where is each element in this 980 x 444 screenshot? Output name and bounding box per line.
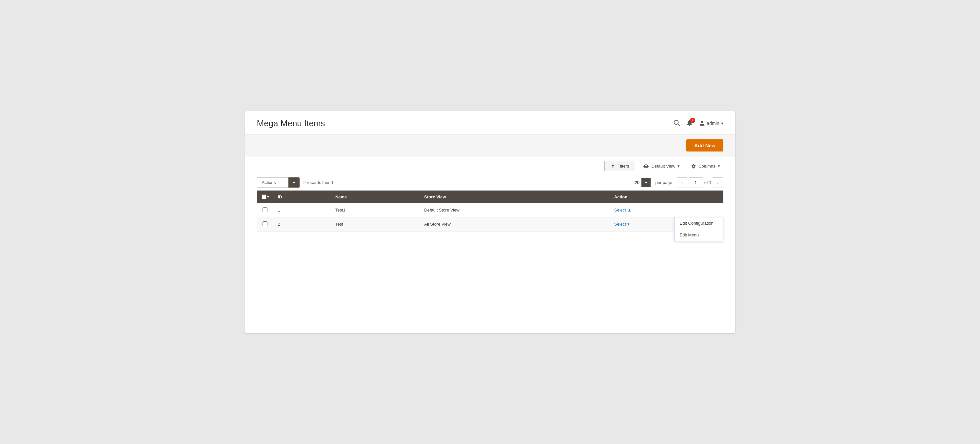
svg-point-0 (674, 120, 678, 124)
row1-id: 1 (274, 203, 331, 217)
dropdown-item-edit-configuration[interactable]: Edit Configuration (675, 217, 723, 229)
page-title: Mega Menu Items (257, 118, 325, 129)
pagination-nav: ‹ of 1 › (677, 177, 723, 188)
records-found: 2 records found (304, 180, 627, 185)
row2-store-view: All Store View (420, 217, 609, 231)
header-checkbox-cell: ▾ (257, 191, 274, 203)
row2-select-label: Select (614, 222, 626, 227)
table-header-row: ▾ ID Name Store View Action (257, 191, 723, 203)
data-table: ▾ ID Name Store View Action 1 Test1 (257, 191, 723, 231)
user-label: admin (706, 121, 719, 126)
toolbar-area: Add New (245, 135, 735, 156)
filters-button[interactable]: Filters (605, 161, 635, 171)
header-actions: 1 admin ▾ (673, 119, 723, 128)
page-of-label: of 1 (704, 180, 711, 185)
per-page-wrapper: 20 30 50 (631, 178, 651, 187)
row1-select-button[interactable]: Select ▲ (614, 208, 632, 213)
columns-chevron-icon: ▾ (718, 164, 720, 169)
column-header-name: Name (331, 191, 420, 203)
per-page-select[interactable]: 20 30 50 (631, 178, 651, 187)
filter-bar: Filters Default View ▾ Columns ▾ (245, 156, 735, 175)
row2-name: Test (331, 217, 420, 231)
column-header-store-view: Store View (420, 191, 609, 203)
row1-checkbox-cell (257, 203, 274, 217)
gear-icon (691, 164, 696, 169)
row2-checkbox[interactable] (262, 221, 267, 226)
table-row: 1 Test1 Default Store View Select ▲ Edit… (257, 203, 723, 217)
row2-select-arrow-icon: ▾ (627, 222, 630, 227)
page-container: Mega Menu Items 1 admin ▾ (245, 111, 735, 333)
row1-select-label: Select (614, 208, 626, 213)
row2-id: 2 (274, 217, 331, 231)
notification-button[interactable]: 1 (686, 119, 693, 128)
user-dropdown-icon: ▾ (721, 121, 723, 126)
per-page-label: per page (655, 180, 672, 185)
actions-select[interactable]: Actions Delete (257, 177, 299, 188)
table-wrapper: ▾ ID Name Store View Action 1 Test1 (245, 191, 735, 238)
columns-button[interactable]: Columns ▾ (688, 161, 723, 171)
view-chevron-icon: ▾ (678, 164, 680, 169)
page-header: Mega Menu Items 1 admin ▾ (245, 111, 735, 135)
row1-checkbox[interactable] (262, 207, 267, 212)
filter-icon (611, 164, 615, 169)
row1-store-view: Default Store View (420, 203, 609, 217)
search-icon (673, 119, 680, 126)
default-view-button[interactable]: Default View ▾ (640, 161, 683, 172)
row1-select-arrow-icon: ▲ (627, 208, 632, 213)
column-header-id: ID (274, 191, 331, 203)
actions-select-wrapper: Actions Delete (257, 177, 299, 188)
table-controls: Actions Delete 2 records found 20 30 50 (245, 175, 735, 191)
row2-checkbox-cell (257, 217, 274, 231)
search-button[interactable] (673, 119, 680, 128)
add-new-button[interactable]: Add New (686, 139, 723, 151)
header-checkbox-wrapper: ▾ (262, 194, 269, 199)
user-icon (699, 120, 705, 126)
eye-icon (643, 163, 649, 169)
prev-page-button[interactable]: ‹ (677, 177, 687, 188)
dropdown-item-edit-menu[interactable]: Edit Menu (675, 229, 723, 241)
next-page-button[interactable]: › (713, 177, 723, 188)
row1-action-cell: Select ▲ Edit Configuration Edit Menu (609, 203, 723, 217)
row2-select-button[interactable]: Select ▾ (614, 222, 630, 227)
column-header-action: Action (609, 191, 723, 203)
user-menu-button[interactable]: admin ▾ (699, 120, 723, 126)
table-body: 1 Test1 Default Store View Select ▲ Edit… (257, 203, 723, 231)
header-checkbox-arrow-icon[interactable]: ▾ (267, 195, 269, 199)
page-input[interactable] (689, 177, 703, 188)
filters-label: Filters (617, 164, 629, 169)
columns-label: Columns (698, 164, 715, 169)
pagination-area: 20 30 50 per page ‹ of 1 › (631, 177, 723, 188)
row1-name: Test1 (331, 203, 420, 217)
notification-badge: 1 (690, 118, 695, 123)
view-label: Default View (651, 164, 675, 169)
header-checkbox[interactable] (262, 194, 266, 199)
table-row: 2 Test All Store View Select ▾ (257, 217, 723, 231)
action-dropdown-menu: Edit Configuration Edit Menu (674, 217, 723, 241)
svg-line-1 (678, 124, 680, 126)
